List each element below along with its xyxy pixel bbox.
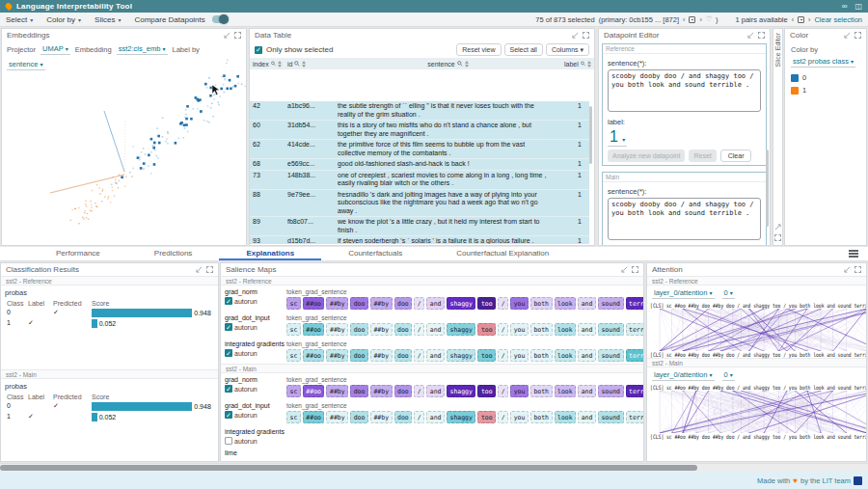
salience-token[interactable]: ##oo	[303, 323, 325, 336]
salience-token[interactable]: you	[510, 323, 529, 336]
table-row[interactable]: 62414cde...the primitive force of this f…	[250, 140, 589, 159]
salience-token[interactable]: /	[414, 297, 424, 310]
salience-token[interactable]: ##oo	[303, 385, 325, 397]
favorite-icon[interactable]: ♡	[706, 15, 712, 23]
salience-token[interactable]: and	[426, 411, 445, 423]
salience-token[interactable]: and	[426, 349, 445, 362]
salience-token[interactable]: look	[555, 323, 577, 336]
pair-select-icon[interactable]	[798, 16, 804, 23]
salience-token[interactable]: doo	[394, 411, 413, 423]
tab-explanations[interactable]: Explanations	[219, 247, 321, 260]
column-header-label[interactable]: label	[561, 58, 594, 69]
salience-token[interactable]: ##oo	[303, 349, 325, 362]
table-scrollbar[interactable]	[589, 106, 592, 164]
tab-counterfactual-explanation[interactable]: Counterfactual Explanation	[429, 247, 576, 260]
salience-token[interactable]: too	[477, 297, 496, 310]
salience-token[interactable]: sound	[598, 385, 624, 397]
tab-performance[interactable]: Performance	[29, 247, 127, 260]
embedding-scatter-plot[interactable]	[2, 58, 246, 245]
salience-token[interactable]: you	[510, 349, 529, 362]
next-datapoint-button[interactable]: ›	[699, 16, 701, 23]
tab-counterfactuals[interactable]: Counterfactuals	[321, 247, 429, 260]
salience-token[interactable]: ##by	[370, 411, 393, 423]
salience-token[interactable]: terrible	[626, 411, 644, 423]
sort-icon[interactable]	[302, 61, 306, 68]
table-button-reset-view[interactable]: Reset view	[456, 43, 501, 56]
salience-token[interactable]: both	[530, 323, 553, 336]
table-row[interactable]: 93d15b7d...if steven soderbergh 's ` sol…	[250, 236, 589, 244]
table-row[interactable]: 89fb8c07...we know the plot 's a little …	[250, 217, 589, 236]
salience-token[interactable]: terrible	[626, 297, 644, 310]
salience-token[interactable]: both	[530, 385, 553, 397]
salience-token[interactable]: you	[510, 411, 529, 423]
column-header-sentence[interactable]: sentence	[335, 58, 561, 69]
attention-head-select[interactable]: 0 ▾	[722, 288, 735, 299]
minimize-icon[interactable]	[196, 266, 203, 273]
salience-token[interactable]: shaggy	[447, 297, 475, 310]
salience-token[interactable]: /	[414, 349, 424, 362]
share-link-icon[interactable]: ∞	[842, 3, 848, 11]
salience-token[interactable]: doo	[394, 323, 413, 336]
table-row[interactable]: 68e569cc...good old-fashioned slash-and-…	[250, 159, 589, 171]
salience-token[interactable]: sc	[286, 349, 301, 362]
salience-token[interactable]: shaggy	[447, 411, 475, 423]
color-by-menu[interactable]: Color by ▾	[46, 15, 81, 24]
editor-scrollbar[interactable]	[766, 149, 769, 227]
docs-icon[interactable]: ◫	[854, 3, 862, 11]
minimize-icon[interactable]	[747, 32, 754, 39]
salience-token[interactable]: /	[498, 349, 508, 362]
projector-select[interactable]: UMAP ▾	[41, 44, 70, 55]
salience-token[interactable]: /	[498, 297, 508, 310]
salience-token[interactable]: doo	[350, 297, 368, 310]
salience-token[interactable]: terrible	[626, 323, 644, 336]
salience-token[interactable]: you	[510, 385, 529, 397]
attention-layer-select[interactable]: layer_0/attention ▾	[652, 370, 715, 381]
column-header-id[interactable]: id	[285, 58, 335, 69]
autorun-checkbox[interactable]	[225, 437, 232, 445]
salience-token[interactable]: both	[530, 411, 553, 423]
salience-token[interactable]: ##oo	[303, 297, 325, 310]
attention-head-select[interactable]: 0 ▾	[722, 370, 735, 381]
salience-token[interactable]: and	[426, 323, 445, 336]
table-row[interactable]: 889e79ee...fresnadillo 's dark and jolti…	[250, 190, 589, 218]
minimize-icon[interactable]	[572, 32, 579, 39]
salience-token[interactable]: and	[578, 323, 596, 336]
salience-token[interactable]: ##oo	[303, 411, 325, 423]
salience-token[interactable]: too	[477, 411, 496, 423]
prev-datapoint-button[interactable]: ‹	[683, 16, 685, 23]
table-row[interactable]: 73148b38...one of creepiest , scariest m…	[250, 171, 589, 190]
slices-menu[interactable]: Slices ▾	[95, 15, 121, 24]
maximize-icon[interactable]	[854, 32, 861, 39]
salience-token[interactable]: sound	[598, 323, 624, 336]
salience-token[interactable]: sc	[286, 411, 301, 423]
autorun-checkbox[interactable]: ✓	[225, 297, 232, 305]
minimize-icon[interactable]	[844, 32, 851, 39]
table-button-columns[interactable]: Columns ▾	[546, 43, 589, 56]
sentence-textarea[interactable]	[608, 198, 761, 240]
salience-token[interactable]: sc	[286, 385, 301, 397]
salience-token[interactable]: look	[555, 385, 577, 397]
salience-token[interactable]: doo	[350, 323, 368, 336]
salience-token[interactable]: doo	[394, 349, 413, 362]
attention-lines[interactable]	[651, 309, 866, 351]
sort-icon[interactable]	[465, 61, 469, 68]
expand-icon[interactable]	[774, 224, 781, 231]
clear-button[interactable]: Clear	[720, 149, 752, 162]
salience-token[interactable]: /	[414, 323, 424, 336]
salience-token[interactable]: look	[555, 297, 577, 310]
maximize-icon[interactable]	[234, 32, 241, 39]
scrollbar-thumb[interactable]	[0, 465, 697, 471]
tab-predictions[interactable]: Predictions	[127, 247, 220, 260]
salience-token[interactable]: sc	[286, 297, 301, 310]
only-show-selected-checkbox[interactable]: ✓	[255, 46, 262, 54]
salience-token[interactable]: doo	[394, 385, 413, 397]
salience-token[interactable]: /	[498, 323, 508, 336]
table-button-select-all[interactable]: Select all	[504, 43, 543, 56]
table-row[interactable]: 42a1bc96...the subtle strength of `` ell…	[250, 101, 589, 121]
autorun-checkbox[interactable]: ✓	[225, 323, 232, 331]
salience-token[interactable]: doo	[350, 385, 368, 397]
salience-token[interactable]: ##by	[370, 349, 393, 362]
attention-lines[interactable]	[651, 391, 866, 433]
salience-token[interactable]: and	[426, 297, 445, 310]
salience-token[interactable]: too	[477, 323, 496, 336]
